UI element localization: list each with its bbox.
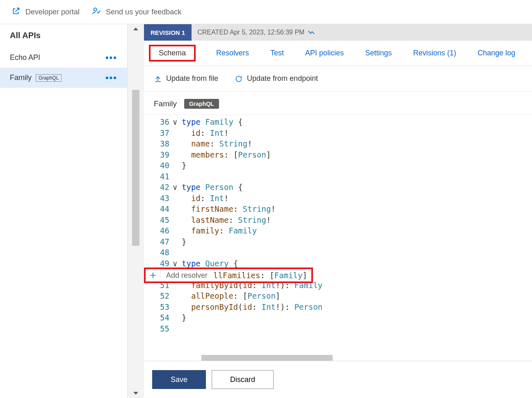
code: } — [182, 160, 532, 171]
fold-icon — [173, 193, 182, 204]
tab-api-policies[interactable]: API policies — [304, 46, 345, 60]
editor-line[interactable]: 43 id: Int! — [144, 193, 532, 204]
upload-icon — [154, 75, 162, 83]
revision-badge: REVISION 1 — [144, 24, 192, 41]
sidebar-item-family[interactable]: Family GraphQL ••• — [0, 68, 127, 88]
scroll-up-icon[interactable] — [132, 26, 139, 32]
fold-icon — [173, 247, 182, 258]
editor-line[interactable]: 36∨type Family { — [144, 117, 532, 128]
update-from-endpoint-label: Update from endpoint — [247, 74, 318, 83]
editor-line[interactable]: 38 name: String! — [144, 138, 532, 149]
graphql-badge: GraphQL — [36, 74, 62, 82]
editor-line[interactable]: 53 personById(id: Int!): Person — [144, 302, 532, 313]
line-number: 44 — [144, 204, 173, 215]
editor-line[interactable]: 54} — [144, 312, 532, 323]
editor-line[interactable]: 40} — [144, 160, 532, 171]
editor-line[interactable]: 52 allPeople: [Person] — [144, 290, 532, 302]
fold-icon — [173, 215, 182, 226]
fold-icon — [173, 128, 182, 139]
fold-icon — [173, 171, 182, 182]
fold-icon — [173, 149, 182, 160]
code — [182, 323, 532, 334]
discard-button[interactable]: Discard — [212, 370, 274, 389]
feedback-link[interactable]: Send us your feedback — [92, 7, 181, 18]
graphql-pill: GraphQL — [184, 99, 219, 109]
tab-change-log[interactable]: Change log — [477, 46, 516, 60]
tabs: Schema Resolvers Test API policies Setti… — [144, 41, 532, 66]
main-panel: REVISION 1 CREATED Apr 5, 2023, 12:56:39… — [144, 24, 532, 398]
editor-line[interactable]: 39 members: [Person] — [144, 149, 532, 160]
sidebar-item-echo-api[interactable]: Echo API ••• — [0, 48, 127, 68]
schema-toolbar: Update from file Update from endpoint — [144, 66, 532, 91]
editor-line[interactable]: 37 id: Int! — [144, 128, 532, 139]
editor-line[interactable]: 44 firstName: String! — [144, 204, 532, 215]
sidebar-item-label: Echo API — [10, 53, 40, 62]
update-from-file-button[interactable]: Update from file — [154, 74, 218, 83]
editor-wrap: 36∨type Family {37 id: Int!38 name: Stri… — [144, 115, 532, 361]
editor-line[interactable]: 41 — [144, 171, 532, 182]
revision-created-label: CREATED Apr 5, 2023, 12:56:39 PM — [197, 29, 304, 36]
revision-created[interactable]: CREATED Apr 5, 2023, 12:56:39 PM — [192, 29, 315, 36]
code: name: String! — [182, 138, 532, 149]
sidebar-heading: All APIs — [0, 28, 127, 48]
code: id: Int! — [182, 193, 532, 204]
line-number: 43 — [144, 193, 173, 204]
editor-line[interactable]: 42∨type Person { — [144, 182, 532, 193]
scrollbar-thumb[interactable] — [132, 90, 139, 246]
tab-schema[interactable]: Schema — [149, 45, 196, 62]
developer-portal-link[interactable]: Developer portal — [11, 7, 80, 18]
fold-icon — [173, 302, 182, 313]
horizontal-scrollbar[interactable] — [201, 355, 333, 361]
revision-bar: REVISION 1 CREATED Apr 5, 2023, 12:56:39… — [144, 24, 532, 41]
code: type Family { — [182, 117, 532, 128]
tab-resolvers[interactable]: Resolvers — [215, 46, 250, 60]
add-resolver-label: Add resolver — [160, 271, 213, 280]
schema-editor[interactable]: 36∨type Family {37 id: Int!38 name: Stri… — [144, 115, 532, 334]
line-number: 39 — [144, 149, 173, 160]
scroll-down-icon[interactable] — [132, 390, 139, 396]
code: members: [Person] — [182, 149, 532, 160]
fold-icon[interactable]: ∨ — [173, 117, 182, 128]
add-resolver-popup[interactable]: Add resolver llFamilies: [Family] — [144, 268, 313, 283]
tab-revisions[interactable]: Revisions (1) — [412, 46, 457, 60]
fold-icon — [173, 323, 182, 334]
external-link-icon — [11, 7, 21, 18]
vertical-scrollbar[interactable] — [128, 24, 144, 398]
fold-icon[interactable]: ∨ — [173, 182, 182, 193]
code: } — [182, 236, 532, 247]
tab-settings[interactable]: Settings — [364, 46, 393, 60]
api-title-row: Family GraphQL — [144, 91, 532, 115]
update-from-file-label: Update from file — [166, 74, 218, 83]
code: allPeople: [Person] — [182, 290, 532, 302]
line-number: 38 — [144, 138, 173, 149]
code: id: Int! — [182, 128, 532, 139]
fold-icon — [173, 312, 182, 323]
code: firstName: String! — [182, 204, 532, 215]
line-number: 37 — [144, 128, 173, 139]
code: lastName: String! — [182, 215, 532, 226]
update-from-endpoint-button[interactable]: Update from endpoint — [235, 74, 318, 83]
line-number: 52 — [144, 290, 173, 302]
line-number: 48 — [144, 247, 173, 258]
code: } — [182, 312, 532, 323]
code — [182, 247, 532, 258]
add-resolver-inline-code: llFamilies: [Family] — [213, 271, 311, 280]
more-icon[interactable]: ••• — [105, 76, 117, 80]
footer: Save Discard — [144, 361, 532, 398]
editor-line[interactable]: 46 family: Family — [144, 225, 532, 236]
tab-test[interactable]: Test — [269, 46, 285, 60]
editor-line[interactable]: 55 — [144, 323, 532, 334]
chevron-down-icon — [308, 30, 315, 35]
editor-line[interactable]: 47} — [144, 236, 532, 247]
line-number: 45 — [144, 215, 173, 226]
editor-line[interactable]: 45 lastName: String! — [144, 215, 532, 226]
line-number: 55 — [144, 323, 173, 334]
plus-icon[interactable] — [146, 269, 160, 281]
editor-line[interactable]: 48 — [144, 247, 532, 258]
code: type Person { — [182, 182, 532, 193]
save-button[interactable]: Save — [152, 370, 206, 389]
line-number: 36 — [144, 117, 173, 128]
more-icon[interactable]: ••• — [105, 56, 117, 60]
code: family: Family — [182, 225, 532, 236]
refresh-icon — [235, 75, 243, 83]
